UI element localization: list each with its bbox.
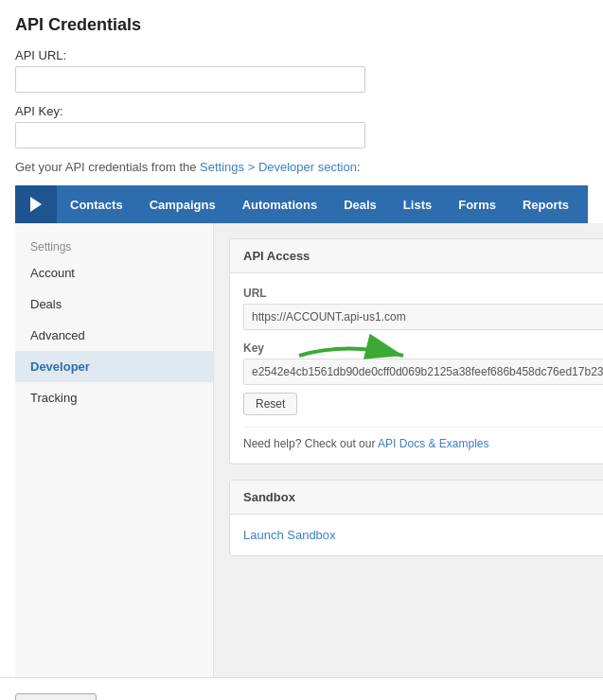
api-url-input[interactable] xyxy=(15,66,365,93)
api-key-input[interactable] xyxy=(15,122,365,149)
settings-developer-link[interactable]: Settings > Developer section xyxy=(200,160,357,174)
sandbox-card-body: Launch Sandbox xyxy=(230,515,603,555)
api-url-label: API URL: xyxy=(15,48,588,62)
sandbox-card-title: Sandbox xyxy=(230,481,603,515)
sidebar-item-deals[interactable]: Deals xyxy=(15,289,213,320)
api-key-label: API Key: xyxy=(15,104,588,118)
url-field-row: URL https://ACCOUNT.api-us1.com xyxy=(243,287,603,330)
reset-button[interactable]: Reset xyxy=(243,393,297,415)
url-field-label: URL xyxy=(243,287,603,300)
sidebar-item-account[interactable]: Account xyxy=(15,257,213,289)
launch-sandbox-link[interactable]: Launch Sandbox xyxy=(243,528,336,542)
key-field-value: e2542e4cb1561db90de0cff0d069b2125a38feef… xyxy=(243,359,603,385)
api-access-card-title: API Access xyxy=(230,239,603,273)
main-content: Settings Account Deals Advanced Develope… xyxy=(15,223,588,677)
key-field-row: Key e2542e4cb1561db90de0cff0d069b2125a38… xyxy=(243,341,603,415)
sidebar-item-tracking[interactable]: Tracking xyxy=(15,382,213,413)
need-help-label: Need help? Check out our xyxy=(243,437,378,450)
nav-item-contacts[interactable]: Contacts xyxy=(57,185,136,223)
api-access-card-body: URL https://ACCOUNT.api-us1.com Key e254… xyxy=(230,273,603,464)
bottom-bar: Connect xyxy=(0,677,603,700)
nav-logo[interactable] xyxy=(15,185,57,223)
sidebar-item-advanced[interactable]: Advanced xyxy=(15,320,213,351)
need-help-text: Need help? Check out our API Docs & Exam… xyxy=(243,427,603,450)
nav-item-deals[interactable]: Deals xyxy=(330,185,390,223)
nav-item-lists[interactable]: Lists xyxy=(390,185,445,223)
logo-arrow-icon xyxy=(30,197,42,212)
sidebar-section-label: Settings xyxy=(15,233,213,257)
api-access-card: API Access URL https://ACCOUNT.api-us1.c… xyxy=(229,238,603,464)
sidebar-item-developer[interactable]: Developer xyxy=(15,351,213,382)
sandbox-card: Sandbox Launch Sandbox xyxy=(229,480,603,556)
nav-item-forms[interactable]: Forms xyxy=(445,185,509,223)
sidebar: Settings Account Deals Advanced Develope… xyxy=(15,223,214,677)
right-content: API Access URL https://ACCOUNT.api-us1.c… xyxy=(214,223,603,677)
key-field-label: Key xyxy=(243,341,603,355)
helper-text: Get your API credentials from the Settin… xyxy=(15,160,588,174)
nav-item-automations[interactable]: Automations xyxy=(229,185,330,223)
page-title: API Credentials xyxy=(15,15,588,35)
connect-button[interactable]: Connect xyxy=(15,693,97,700)
api-docs-link[interactable]: API Docs & Examples xyxy=(378,437,488,450)
nav-item-campaigns[interactable]: Campaigns xyxy=(136,185,229,223)
nav-item-reports[interactable]: Reports xyxy=(509,185,582,223)
nav-bar: Contacts Campaigns Automations Deals Lis… xyxy=(15,185,588,223)
url-field-value: https://ACCOUNT.api-us1.com xyxy=(243,304,603,330)
